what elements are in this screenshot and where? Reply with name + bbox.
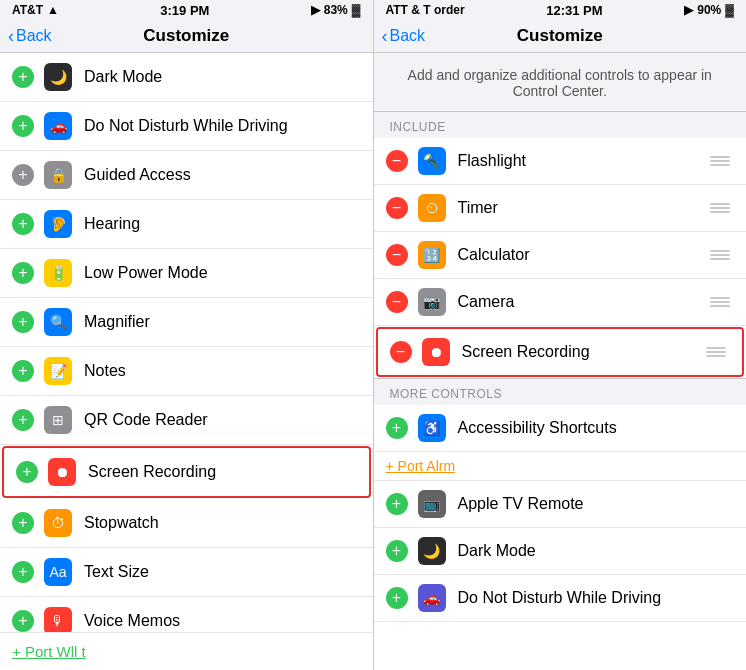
add-button-voice-memos[interactable]: + bbox=[12, 610, 34, 632]
right-more-item-apple-tv-remote[interactable]: + 📺 Apple TV Remote bbox=[374, 481, 747, 528]
left-list-item-notes[interactable]: + 📝 Notes bbox=[0, 347, 373, 396]
item-icon-more-dnd-driving: 🚗 bbox=[418, 584, 446, 612]
left-list-item-qr-reader[interactable]: + ⊞ QR Code Reader bbox=[0, 396, 373, 445]
left-signal-icon: ▶ bbox=[311, 3, 320, 17]
right-include-item-camera[interactable]: − 📷 Camera bbox=[374, 279, 747, 326]
left-back-label: Back bbox=[16, 27, 52, 45]
calculator-icon: 🔢 bbox=[423, 248, 440, 262]
left-port-text: + Port Wll t bbox=[12, 643, 86, 660]
add-button-do-not-disturb[interactable]: + bbox=[12, 115, 34, 137]
item-label-stopwatch: Stopwatch bbox=[84, 514, 361, 532]
right-more-item-accessibility-shortcuts[interactable]: + ♿ Accessibility Shortcuts bbox=[374, 405, 747, 452]
left-nav-title: Customize bbox=[143, 26, 229, 46]
left-list-item-text-size[interactable]: + Aa Text Size bbox=[0, 548, 373, 597]
item-icon-more-dark-mode-r: 🌙 bbox=[418, 537, 446, 565]
remove-button-calculator[interactable]: − bbox=[386, 244, 408, 266]
add-button-magnifier[interactable]: + bbox=[12, 311, 34, 333]
right-include-item-flashlight[interactable]: − 🔦 Flashlight bbox=[374, 138, 747, 185]
left-status-bar: AT&T ▲ 3:19 PM ▶ 83% ▓ bbox=[0, 0, 373, 20]
left-list-container: + 🌙 Dark Mode + 🚗 Do Not Disturb While D… bbox=[0, 53, 373, 632]
remove-button-flashlight[interactable]: − bbox=[386, 150, 408, 172]
right-nav-bar: ‹ Back Customize bbox=[374, 20, 747, 53]
add-button-qr-reader[interactable]: + bbox=[12, 409, 34, 431]
left-list-item-low-power[interactable]: + 🔋 Low Power Mode bbox=[0, 249, 373, 298]
item-icon-qr-reader: ⊞ bbox=[44, 406, 72, 434]
drag-handle-timer[interactable] bbox=[706, 201, 734, 215]
item-label-r-timer: Timer bbox=[458, 199, 707, 217]
right-carrier: ATT & T order bbox=[386, 3, 465, 17]
left-list-item-guided-access[interactable]: + 🔒 Guided Access bbox=[0, 151, 373, 200]
port-alarm-text: + Port Alrm bbox=[374, 452, 747, 481]
remove-button-camera[interactable]: − bbox=[386, 291, 408, 313]
add-button-more-apple-tv-remote[interactable]: + bbox=[386, 493, 408, 515]
add-button-guided-access[interactable]: + bbox=[12, 164, 34, 186]
item-label-dark-mode: Dark Mode bbox=[84, 68, 361, 86]
add-button-dark-mode[interactable]: + bbox=[12, 66, 34, 88]
left-list-item-stopwatch[interactable]: + ⏱ Stopwatch bbox=[0, 499, 373, 548]
left-list-item-screen-recording[interactable]: + ⏺ Screen Recording bbox=[2, 446, 371, 498]
voice-memos-icon: 🎙 bbox=[51, 614, 65, 628]
drag-handle-flashlight[interactable] bbox=[706, 154, 734, 168]
drag-handle-screen-recording-r[interactable] bbox=[702, 345, 730, 359]
item-label-screen-recording: Screen Recording bbox=[88, 463, 357, 481]
add-button-stopwatch[interactable]: + bbox=[12, 512, 34, 534]
item-icon-text-size: Aa bbox=[44, 558, 72, 586]
add-button-notes[interactable]: + bbox=[12, 360, 34, 382]
magnifier-icon: 🔍 bbox=[50, 315, 67, 329]
left-status-right: ▶ 83% ▓ bbox=[311, 3, 361, 17]
item-icon-r-screen-recording-r: ⏺ bbox=[422, 338, 450, 366]
timer-icon: ⏲ bbox=[425, 201, 439, 215]
remove-button-timer[interactable]: − bbox=[386, 197, 408, 219]
low-power-icon: 🔋 bbox=[50, 266, 67, 280]
right-more-item-dnd-driving[interactable]: + 🚗 Do Not Disturb While Driving bbox=[374, 575, 747, 622]
add-button-low-power[interactable]: + bbox=[12, 262, 34, 284]
right-signal-icon: ▶ bbox=[684, 3, 693, 17]
item-label-do-not-disturb: Do Not Disturb While Driving bbox=[84, 117, 361, 135]
add-button-more-accessibility-shortcuts[interactable]: + bbox=[386, 417, 408, 439]
item-icon-r-flashlight: 🔦 bbox=[418, 147, 446, 175]
right-list-container: − 🔦 Flashlight − ⏲ Timer − 🔢 Calculator bbox=[374, 138, 747, 670]
item-label-qr-reader: QR Code Reader bbox=[84, 411, 361, 429]
left-nav-bar: ‹ Back Customize bbox=[0, 20, 373, 53]
left-carrier: AT&T bbox=[12, 3, 43, 17]
right-back-label: Back bbox=[390, 27, 426, 45]
item-label-more-accessibility-shortcuts: Accessibility Shortcuts bbox=[458, 419, 735, 437]
left-list-item-voice-memos[interactable]: + 🎙 Voice Memos bbox=[0, 597, 373, 632]
accessibility-shortcuts-icon: ♿ bbox=[423, 421, 440, 435]
item-label-hearing: Hearing bbox=[84, 215, 361, 233]
add-button-screen-recording[interactable]: + bbox=[16, 461, 38, 483]
port-alarm-label: + Port Alrm bbox=[386, 458, 456, 474]
drag-handle-camera[interactable] bbox=[706, 295, 734, 309]
item-label-r-flashlight: Flashlight bbox=[458, 152, 707, 170]
right-include-item-calculator[interactable]: − 🔢 Calculator bbox=[374, 232, 747, 279]
add-button-hearing[interactable]: + bbox=[12, 213, 34, 235]
item-label-text-size: Text Size bbox=[84, 563, 361, 581]
right-status-left: ATT & T order bbox=[386, 3, 465, 17]
qr-reader-icon: ⊞ bbox=[52, 413, 64, 427]
drag-handle-calculator[interactable] bbox=[706, 248, 734, 262]
item-label-more-dark-mode-r: Dark Mode bbox=[458, 542, 735, 560]
left-back-button[interactable]: ‹ Back bbox=[8, 27, 52, 45]
item-icon-do-not-disturb: 🚗 bbox=[44, 112, 72, 140]
add-button-more-dnd-driving[interactable]: + bbox=[386, 587, 408, 609]
stopwatch-icon: ⏱ bbox=[51, 516, 65, 530]
left-list-item-hearing[interactable]: + 🦻 Hearing bbox=[0, 200, 373, 249]
left-list-item-dark-mode[interactable]: + 🌙 Dark Mode bbox=[0, 53, 373, 102]
left-bottom-text: + Port Wll t bbox=[0, 632, 373, 670]
right-include-item-screen-recording-r[interactable]: − ⏺ Screen Recording bbox=[376, 327, 745, 377]
item-label-r-screen-recording-r: Screen Recording bbox=[462, 343, 703, 361]
right-battery: 90% bbox=[697, 3, 721, 17]
left-list-item-magnifier[interactable]: + 🔍 Magnifier bbox=[0, 298, 373, 347]
right-more-item-dark-mode-r[interactable]: + 🌙 Dark Mode bbox=[374, 528, 747, 575]
right-include-item-timer[interactable]: − ⏲ Timer bbox=[374, 185, 747, 232]
right-back-button[interactable]: ‹ Back bbox=[382, 27, 426, 45]
item-icon-r-camera: 📷 bbox=[418, 288, 446, 316]
item-label-more-dnd-driving: Do Not Disturb While Driving bbox=[458, 589, 735, 607]
more-controls-header: MORE CONTROLS bbox=[374, 378, 747, 405]
remove-button-screen-recording-r[interactable]: − bbox=[390, 341, 412, 363]
add-button-more-dark-mode-r[interactable]: + bbox=[386, 540, 408, 562]
screen-recording-r-icon: ⏺ bbox=[429, 345, 443, 359]
add-button-text-size[interactable]: + bbox=[12, 561, 34, 583]
item-icon-voice-memos: 🎙 bbox=[44, 607, 72, 632]
left-list-item-do-not-disturb[interactable]: + 🚗 Do Not Disturb While Driving bbox=[0, 102, 373, 151]
